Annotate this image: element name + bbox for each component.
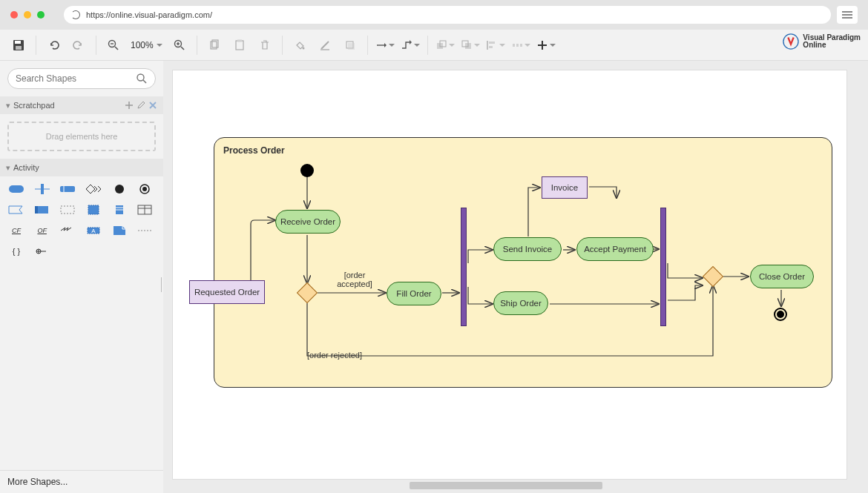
copy-button[interactable] xyxy=(203,34,226,56)
zoom-level[interactable]: 100% xyxy=(128,40,165,50)
search-shapes-input[interactable] xyxy=(7,68,156,89)
guard-rejected: [order rejected] xyxy=(307,351,362,360)
svg-point-43 xyxy=(115,185,124,193)
sidebar: ▾ Scratchpad Drag elements here ▾ Activi… xyxy=(0,61,163,493)
initial-node[interactable] xyxy=(300,164,314,177)
scratchpad-panel-head[interactable]: ▾ Scratchpad xyxy=(0,96,163,114)
shape-note[interactable] xyxy=(111,224,128,237)
window-close[interactable] xyxy=(10,11,18,19)
edit-icon[interactable] xyxy=(137,101,145,110)
shape-accept-event[interactable] xyxy=(7,203,25,216)
delete-button[interactable] xyxy=(254,34,276,56)
chevron-down-icon xyxy=(414,44,420,47)
align-button[interactable] xyxy=(484,34,507,56)
join-bar[interactable] xyxy=(660,208,666,326)
shape-table[interactable] xyxy=(136,203,154,216)
shape-datastore[interactable] xyxy=(111,203,128,216)
node-close-order[interactable]: Close Order xyxy=(750,265,814,288)
shape-time-event[interactable] xyxy=(85,203,102,216)
vertical-scrollbar[interactable] xyxy=(856,61,868,493)
horizontal-scrollbar[interactable] xyxy=(172,480,859,492)
svg-line-4 xyxy=(115,47,118,50)
window-min[interactable] xyxy=(24,11,31,19)
node-fill-order[interactable]: Fill Order xyxy=(387,282,441,305)
shape-final[interactable] xyxy=(136,182,154,196)
svg-rect-12 xyxy=(236,41,243,50)
node-requested-order[interactable]: Requested Order xyxy=(189,280,265,304)
svg-rect-25 xyxy=(489,46,493,48)
node-accept-payment[interactable]: Accept Payment xyxy=(576,237,654,261)
scratchpad-dropzone[interactable]: Drag elements here xyxy=(7,122,156,151)
shape-subactivity[interactable] xyxy=(33,203,51,216)
distribute-button[interactable] xyxy=(510,34,532,56)
svg-rect-2 xyxy=(16,46,22,50)
shape-constraint[interactable]: { } xyxy=(7,245,25,258)
activity-panel-head[interactable]: ▾ Activity xyxy=(0,159,163,176)
svg-rect-49 xyxy=(88,205,99,214)
search-icon xyxy=(136,73,148,85)
chevron-down-icon xyxy=(389,44,395,47)
svg-rect-13 xyxy=(237,39,242,42)
scrollbar-thumb[interactable] xyxy=(410,482,602,489)
node-invoice[interactable]: Invoice xyxy=(542,176,588,199)
connector-style-button[interactable] xyxy=(374,34,396,56)
svg-point-32 xyxy=(137,74,144,81)
frame-title: Process Order xyxy=(214,138,832,163)
save-button[interactable] xyxy=(7,34,30,56)
diagram-canvas[interactable]: Process Order xyxy=(172,70,847,480)
fork-bar[interactable] xyxy=(461,208,467,326)
svg-rect-47 xyxy=(35,206,38,214)
svg-rect-48 xyxy=(61,206,74,214)
more-shapes-link[interactable]: More Shapes... xyxy=(0,470,163,493)
node-send-invoice[interactable]: Send Invoice xyxy=(493,237,562,261)
shape-pin[interactable] xyxy=(33,245,51,258)
collapse-icon: ▾ xyxy=(6,101,10,110)
url-text: https://online.visual-paradigm.com/ xyxy=(86,10,212,19)
shape-control-flow[interactable]: CF xyxy=(7,224,25,237)
fill-button[interactable] xyxy=(289,34,311,56)
shape-expansion[interactable]: A xyxy=(85,224,102,237)
shape-initial[interactable] xyxy=(111,182,128,196)
undo-button[interactable] xyxy=(42,34,65,56)
svg-line-33 xyxy=(143,80,146,83)
node-receive-order[interactable]: Receive Order xyxy=(275,210,341,234)
final-node[interactable] xyxy=(774,308,787,321)
svg-rect-1 xyxy=(15,41,21,44)
shape-partition-h[interactable] xyxy=(59,182,76,196)
svg-point-45 xyxy=(142,187,147,191)
node-ship-order[interactable]: Ship Order xyxy=(493,291,548,315)
shape-dashed-box[interactable] xyxy=(59,203,76,216)
window-max[interactable] xyxy=(37,11,45,19)
paste-button[interactable] xyxy=(228,34,251,56)
chevron-down-icon xyxy=(157,44,162,47)
shadow-button[interactable] xyxy=(339,34,361,56)
svg-rect-24 xyxy=(489,42,495,44)
plus-icon[interactable] xyxy=(125,101,134,110)
add-button[interactable] xyxy=(535,34,557,56)
shape-send-signal[interactable] xyxy=(85,182,102,196)
shape-object-flow[interactable]: OF xyxy=(33,224,51,237)
shape-activity[interactable] xyxy=(7,182,25,196)
collapse-icon: ▾ xyxy=(6,163,10,173)
waypoint-button[interactable] xyxy=(399,34,421,56)
close-icon[interactable] xyxy=(148,101,157,110)
stroke-button[interactable] xyxy=(314,34,336,56)
shape-divider[interactable] xyxy=(136,224,154,237)
brand-logo[interactable]: Visual ParadigmOnline xyxy=(783,33,861,50)
to-front-button[interactable] xyxy=(434,34,456,56)
svg-rect-41 xyxy=(60,186,75,192)
svg-line-7 xyxy=(181,47,184,50)
to-back-button[interactable] xyxy=(459,34,481,56)
shape-interrupt-flow[interactable] xyxy=(59,224,76,237)
shape-partition-v[interactable] xyxy=(33,182,51,196)
guard-accepted: [order accepted] xyxy=(329,271,380,288)
svg-point-31 xyxy=(783,34,798,49)
zoom-out-button[interactable] xyxy=(102,34,125,56)
svg-rect-26 xyxy=(513,44,515,47)
reload-icon[interactable] xyxy=(71,10,80,19)
browser-menu-button[interactable] xyxy=(837,6,858,24)
zoom-in-button[interactable] xyxy=(168,34,191,56)
url-bar[interactable]: https://online.visual-paradigm.com/ xyxy=(64,6,831,24)
redo-button[interactable] xyxy=(68,34,90,56)
activity-shape-grid: CF OF A { } xyxy=(0,176,163,264)
